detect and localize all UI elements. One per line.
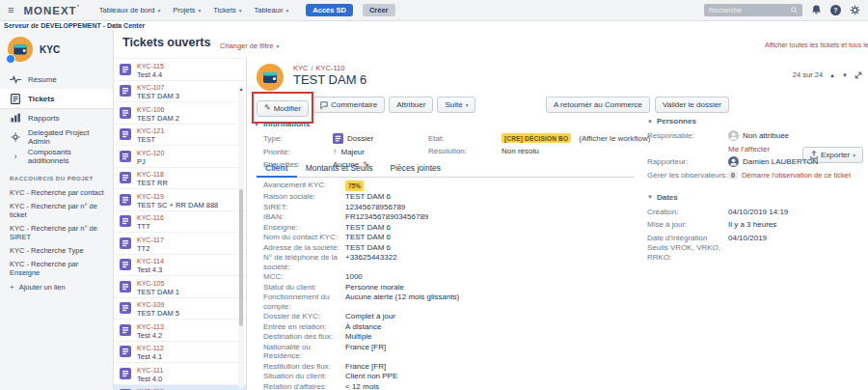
- ticket-list-item[interactable]: KYC-116 TTT: [114, 211, 246, 234]
- field-label: Nom du contact KYC:: [263, 233, 345, 242]
- watchers-count-badge[interactable]: 0: [728, 171, 738, 180]
- informations-right-column: Etat: [CRE] DÉCISION BO (Afficher le wor…: [428, 133, 650, 159]
- informations-section-header[interactable]: ▼ Informations: [254, 120, 310, 128]
- gear-icon[interactable]: [850, 5, 860, 15]
- field-label: Situation du client:: [263, 372, 345, 381]
- ticket-list-item[interactable]: KYC-115 Test 4.4: [114, 59, 246, 81]
- ticket-list-item[interactable]: KYC-114 Test 4.3: [114, 255, 246, 277]
- shortcut-recherche-par-contact[interactable]: KYC - Recherche par contact: [0, 185, 113, 199]
- next-ticket-icon[interactable]: ▼: [842, 72, 848, 78]
- field-row: Fonctionnement du compte: Aucune alerte …: [263, 292, 628, 311]
- environment-label: Serveur de DEVELOPPEMENT - Data Center: [4, 22, 145, 29]
- ticket-list-item[interactable]: KYC-111 Test 4.0: [114, 363, 246, 385]
- search-placeholder: Recherche: [709, 7, 787, 14]
- collapse-icon[interactable]: ▼: [254, 122, 259, 127]
- help-icon[interactable]: ?: [830, 5, 841, 15]
- menu-projets[interactable]: Projets▾: [173, 6, 201, 14]
- tab-pieces-jointes[interactable]: Pièces jointes: [382, 161, 449, 178]
- ticket-list-item[interactable]: KYC-110 TEST DAM 6: [114, 385, 246, 390]
- modifier-button-wrapper: ✎ Modifier: [257, 97, 309, 117]
- ticket-list-item[interactable]: KYC-113 Test 4.2: [114, 320, 246, 342]
- show-all-tickets-link[interactable]: Afficher toutes les tickets et tous les …: [765, 42, 868, 48]
- scroll-up-arrow-icon[interactable]: ▲: [238, 86, 244, 92]
- creer-button[interactable]: Créer: [363, 4, 395, 16]
- expand-icon[interactable]: [854, 71, 862, 79]
- collapse-icon[interactable]: ▼: [647, 194, 653, 200]
- dossier-type-icon: [120, 281, 131, 292]
- breadcrumb-project-link[interactable]: KYC: [293, 64, 308, 72]
- field-label: Enseigne:: [263, 223, 345, 233]
- commentaire-button[interactable]: Commentaire: [312, 97, 385, 113]
- sidebar-item-rapports[interactable]: Rapports: [0, 108, 113, 127]
- sidebar-item-composants-additionnels[interactable]: › Composants additionnels: [0, 147, 113, 166]
- dossier-type-icon: [120, 107, 131, 119]
- ticket-summary: TEST DAM 2: [137, 114, 236, 124]
- retourner-commerce-button[interactable]: A retourner au Commerce: [546, 97, 650, 113]
- menu-tickets[interactable]: Tickets▾: [213, 6, 241, 14]
- acces-sd-button[interactable]: Accès SD: [306, 4, 353, 16]
- ticket-list-item[interactable]: KYC-107 TEST DAM 3: [114, 81, 246, 103]
- pager: 24 sur 24 ▲ ▼: [793, 70, 862, 79]
- project-header[interactable]: KYC: [0, 35, 113, 70]
- menu-tableaux-de-bord[interactable]: Tableaux de bord▾: [99, 6, 160, 14]
- chevron-down-icon: ▾: [276, 43, 279, 49]
- field-label: Destination des flux:: [263, 332, 345, 342]
- field-label: Adresse de la société:: [263, 243, 345, 253]
- menu-tableaux[interactable]: Tableaux▾: [255, 6, 289, 14]
- field-label: N° de téléphone de la société:: [263, 253, 345, 271]
- chevron-right-icon: ›: [10, 153, 21, 161]
- tab-montants-et-seuils[interactable]: Montants et Seuils: [297, 161, 382, 178]
- attribuer-button[interactable]: Attribuer: [389, 97, 433, 113]
- wallet-avatar-icon: [257, 64, 284, 91]
- start-watching-link[interactable]: Démarre l'observation de ce ticket: [742, 171, 851, 181]
- hamburger-menu-icon[interactable]: ≡: [8, 5, 14, 15]
- previous-ticket-icon[interactable]: ▲: [829, 72, 835, 78]
- ticket-list-item[interactable]: KYC-117 TT2: [114, 233, 246, 255]
- ticket-summary: TTT: [137, 222, 236, 232]
- ticket-key: KYC-119: [137, 192, 236, 201]
- sidebar-item-resume[interactable]: Résumé: [0, 70, 113, 89]
- add-link-button[interactable]: + Ajouter un lien: [0, 279, 113, 295]
- tab-client[interactable]: Client: [257, 161, 297, 178]
- ticket-list-item[interactable]: KYC-112 Test 4.1: [114, 342, 246, 364]
- collapse-icon[interactable]: ▼: [647, 119, 653, 125]
- ticket-list-item[interactable]: KYC-118 TEST RR: [114, 168, 246, 190]
- change-filter-link[interactable]: Changer de filtre ▾: [220, 42, 279, 50]
- ticket-list-item[interactable]: KYC-120 PJ: [114, 146, 246, 168]
- reporter-name-link[interactable]: Damien LAUBERTON: [743, 157, 818, 167]
- ticket-list-item[interactable]: KYC-109 TEST DAM 5: [114, 298, 246, 320]
- filter-title: Tickets ouverts: [122, 36, 210, 49]
- ticket-summary: TEST SC + RR DAM 888: [137, 201, 236, 210]
- me-affecter-link[interactable]: Me l'affecter: [728, 145, 770, 154]
- ticket-list-item[interactable]: KYC-121 TEST: [114, 125, 246, 147]
- field-value: TEST DAM 6: [345, 233, 391, 242]
- field-label: Statut du client:: [263, 283, 345, 292]
- ticket-list-item[interactable]: KYC-119 TEST SC + RR DAM 888: [114, 189, 246, 211]
- notifications-bell-icon[interactable]: [811, 5, 822, 15]
- sidebar-item-delegated-project-admin[interactable]: Delegated Project Admin: [0, 127, 113, 147]
- monext-logo[interactable]: MONEXT’: [23, 5, 79, 16]
- breadcrumb-ticket-key-link[interactable]: KYC-110: [316, 64, 345, 72]
- shortcut-recherche-type[interactable]: KYC - Recherche Type: [0, 243, 113, 257]
- project-name: KYC: [40, 44, 60, 55]
- ticket-key: KYC-116: [137, 213, 236, 222]
- ticket-key: KYC-120: [137, 149, 236, 157]
- list-scrollbar[interactable]: ▲: [238, 85, 244, 388]
- ticket-title: TEST DAM 6: [293, 72, 366, 87]
- shortcut-recherche-par-numero-siret[interactable]: KYC - Recherche par n° de SIRET: [0, 221, 113, 243]
- scrollbar-thumb[interactable]: [239, 189, 243, 326]
- field-label: Fonctionnement du compte:: [263, 292, 345, 311]
- search-input[interactable]: Recherche: [704, 4, 802, 16]
- ticket-list-item[interactable]: KYC-106 TEST DAM 2: [114, 102, 246, 125]
- valider-dossier-button[interactable]: Valider le dossier: [655, 97, 729, 113]
- creation-row: Création: 04/10/2019 14:19: [647, 208, 867, 217]
- field-row: Destination des flux: Multiple: [263, 332, 628, 342]
- dates-section-header[interactable]: ▼ Dates: [647, 193, 867, 202]
- shortcut-recherche-par-enseigne[interactable]: KYC - Recherche par Enseigne: [0, 257, 113, 279]
- shortcut-recherche-par-numero-ticket[interactable]: KYC - Recherche par n° de ticket: [0, 199, 113, 221]
- sidebar-item-tickets[interactable]: Tickets: [0, 89, 113, 108]
- ticket-list-item[interactable]: KYC-105 TEST DAM 1: [114, 276, 246, 298]
- show-workflow-link[interactable]: (Afficher le workflow): [579, 134, 650, 143]
- suite-button[interactable]: Suite ▾: [437, 97, 475, 113]
- personnes-section-header[interactable]: ▼ Personnes: [647, 117, 867, 125]
